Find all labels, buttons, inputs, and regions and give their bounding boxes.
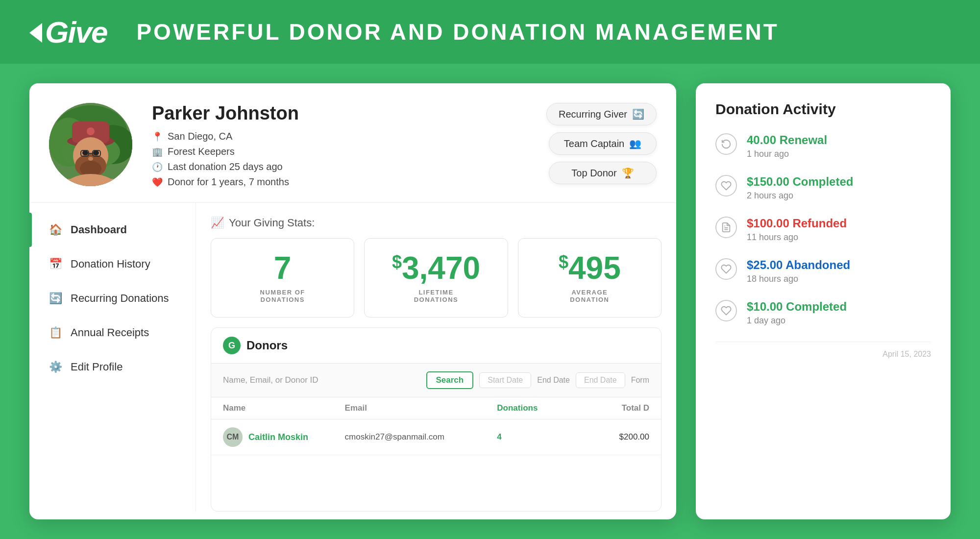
donor-total-amount: $200.00 bbox=[619, 432, 649, 441]
activity-content-renewal: 40.00 Renewal 1 hour ago bbox=[747, 133, 827, 159]
profile-meta: 📍 San Diego, CA 🏢 Forest Keepers 🕐 Last … bbox=[152, 131, 527, 188]
edit-profile-icon: ⚙️ bbox=[49, 361, 62, 373]
activity-amount-renewal: 40.00 bbox=[747, 133, 780, 147]
sidebar-item-dashboard[interactable]: 🏠 Dashboard bbox=[29, 213, 196, 247]
badges-area: Recurring Giver 🔄 Team Captain 👥 Top Don… bbox=[546, 103, 657, 184]
stat-average-donation: $495 AVERAGEDONATION bbox=[518, 238, 662, 318]
stat-value-average: $495 bbox=[536, 252, 643, 284]
badge-team-captain: Team Captain 👥 bbox=[549, 132, 657, 155]
location-text: San Diego, CA bbox=[168, 131, 232, 142]
svg-rect-18 bbox=[64, 179, 118, 186]
activity-amount-25: $25.00 bbox=[747, 258, 785, 271]
activity-time-10: 1 day ago bbox=[747, 316, 847, 326]
activity-line-10: $10.00 Completed bbox=[747, 300, 847, 314]
svg-point-12 bbox=[93, 150, 99, 155]
activity-title: Donation Activity bbox=[715, 101, 931, 118]
heart-icon-150 bbox=[715, 175, 737, 196]
activity-content-10: $10.00 Completed 1 day ago bbox=[747, 300, 847, 326]
donor-duration-text: Donor for 1 years, 7 months bbox=[168, 176, 289, 188]
top-donor-icon: 🏆 bbox=[622, 167, 634, 179]
table-row: CM Caitlin Moskin cmoskin27@spanmail.com… bbox=[211, 419, 661, 455]
activity-amount-150: $150.00 bbox=[747, 175, 792, 188]
activity-status-renewal: Renewal bbox=[780, 133, 827, 147]
annual-receipts-icon: 📋 bbox=[49, 326, 62, 339]
stat-value-lifetime: $3,470 bbox=[382, 252, 490, 284]
donor-name[interactable]: Caitlin Moskin bbox=[248, 432, 308, 442]
activity-item-completed-150: $150.00 Completed 2 hours ago bbox=[715, 175, 931, 201]
activity-time-100: 11 hours ago bbox=[747, 232, 847, 243]
giving-stats-section: 📈 Your Giving Stats: 7 NUMBER OFDONATION… bbox=[196, 203, 676, 327]
clock-icon: 🕐 bbox=[152, 162, 163, 172]
activity-item-completed-10: $10.00 Completed 1 day ago bbox=[715, 300, 931, 326]
sidebar-item-donation-history[interactable]: 📅 Donation History bbox=[29, 247, 196, 281]
heart-icon-10 bbox=[715, 300, 737, 321]
donors-panel-header: G Donors bbox=[211, 328, 661, 364]
activity-line-150: $150.00 Completed bbox=[747, 175, 853, 189]
card-body: 🏠 Dashboard 📅 Donation History 🔄 Recurri… bbox=[29, 203, 676, 512]
activity-content-100: $100.00 Refunded 11 hours ago bbox=[747, 217, 847, 243]
activity-time-renewal: 1 hour ago bbox=[747, 149, 827, 159]
chart-icon: 📈 bbox=[211, 217, 224, 229]
activity-amount-100: $100.00 bbox=[747, 217, 792, 230]
logo-text: Give bbox=[29, 15, 107, 49]
heart-icon-25 bbox=[715, 258, 737, 280]
stat-num-donations: 7 NUMBER OFDONATIONS bbox=[211, 238, 354, 318]
donor-donations-count[interactable]: 4 bbox=[497, 432, 501, 441]
sidebar-nav: 🏠 Dashboard 📅 Donation History 🔄 Recurri… bbox=[29, 203, 196, 512]
renewal-icon bbox=[715, 133, 737, 155]
form-label: Form bbox=[631, 376, 649, 385]
sidebar-item-edit-profile[interactable]: ⚙️ Edit Profile bbox=[29, 350, 196, 384]
sidebar-item-recurring-donations[interactable]: 🔄 Recurring Donations bbox=[29, 281, 196, 316]
sidebar-label-edit-profile: Edit Profile bbox=[71, 361, 122, 373]
donors-panel-title: Donors bbox=[246, 339, 288, 352]
start-date-input[interactable]: Start Date bbox=[479, 372, 531, 388]
donors-table-header: Name Email Donations Total D bbox=[211, 397, 661, 419]
team-captain-label: Team Captain bbox=[564, 138, 624, 149]
activity-item-renewal: 40.00 Renewal 1 hour ago bbox=[715, 133, 931, 159]
dollar-sign-lifetime: $ bbox=[392, 252, 402, 272]
col-header-name: Name bbox=[223, 403, 345, 413]
activity-item-abandoned-25: $25.00 Abandoned 18 hours ago bbox=[715, 258, 931, 284]
activity-line-renewal: 40.00 Renewal bbox=[747, 133, 827, 147]
activity-item-refunded-100: $100.00 Refunded 11 hours ago bbox=[715, 217, 931, 243]
donor-total-cell: $200.00 bbox=[558, 432, 649, 442]
avatar bbox=[49, 103, 132, 186]
recurring-giver-icon: 🔄 bbox=[632, 108, 644, 120]
donors-logo-icon: G bbox=[223, 337, 241, 354]
donor-avatar-sm: CM bbox=[223, 427, 243, 447]
activity-time-150: 2 hours ago bbox=[747, 191, 853, 201]
activity-line-25: $25.00 Abandoned bbox=[747, 258, 850, 272]
col-header-donations: Donations bbox=[497, 403, 558, 413]
end-date-label: End Date bbox=[537, 376, 570, 385]
sidebar-label-recurring-donations: Recurring Donations bbox=[71, 292, 169, 305]
left-card: Parker Johnston 📍 San Diego, CA 🏢 Forest… bbox=[29, 83, 676, 519]
badge-recurring-giver: Recurring Giver 🔄 bbox=[546, 103, 657, 125]
donor-name-cell: CM Caitlin Moskin bbox=[223, 427, 345, 447]
activity-content-25: $25.00 Abandoned 18 hours ago bbox=[747, 258, 850, 284]
search-button[interactable]: Search bbox=[426, 371, 474, 389]
donation-history-icon: 📅 bbox=[49, 258, 62, 270]
team-captain-icon: 👥 bbox=[629, 138, 641, 149]
activity-status-25: Abandoned bbox=[785, 258, 850, 271]
profile-name: Parker Johnston bbox=[152, 103, 527, 124]
profile-info: Parker Johnston 📍 San Diego, CA 🏢 Forest… bbox=[152, 103, 527, 188]
activity-line-100: $100.00 Refunded bbox=[747, 217, 847, 230]
location-item: 📍 San Diego, CA bbox=[152, 131, 527, 142]
donor-duration-item: ❤️ Donor for 1 years, 7 months bbox=[152, 176, 527, 188]
activity-status-150: Completed bbox=[792, 175, 853, 188]
giving-stats-title: 📈 Your Giving Stats: bbox=[211, 217, 662, 229]
stat-label-lifetime: LIFETIMEDONATIONS bbox=[382, 289, 490, 303]
dollar-sign-average: $ bbox=[559, 252, 568, 272]
heart-icon: ❤️ bbox=[152, 177, 163, 188]
stat-label-average: AVERAGEDONATION bbox=[536, 289, 643, 303]
donors-search-bar: Name, Email, or Donor ID Search Start Da… bbox=[211, 364, 661, 397]
receipt-icon-100 bbox=[715, 217, 737, 238]
header: Give POWERFUL DONOR AND DONATION MANAGEM… bbox=[0, 0, 980, 64]
end-date-input[interactable]: End Date bbox=[576, 372, 625, 388]
logo: Give bbox=[29, 15, 107, 49]
header-title: POWERFUL DONOR AND DONATION MANAGEMENT bbox=[136, 19, 779, 45]
activity-status-10: Completed bbox=[786, 300, 847, 313]
location-icon: 📍 bbox=[152, 131, 163, 142]
donor-email-cell: cmoskin27@spanmail.com bbox=[345, 432, 497, 442]
sidebar-item-annual-receipts[interactable]: 📋 Annual Receipts bbox=[29, 316, 196, 350]
